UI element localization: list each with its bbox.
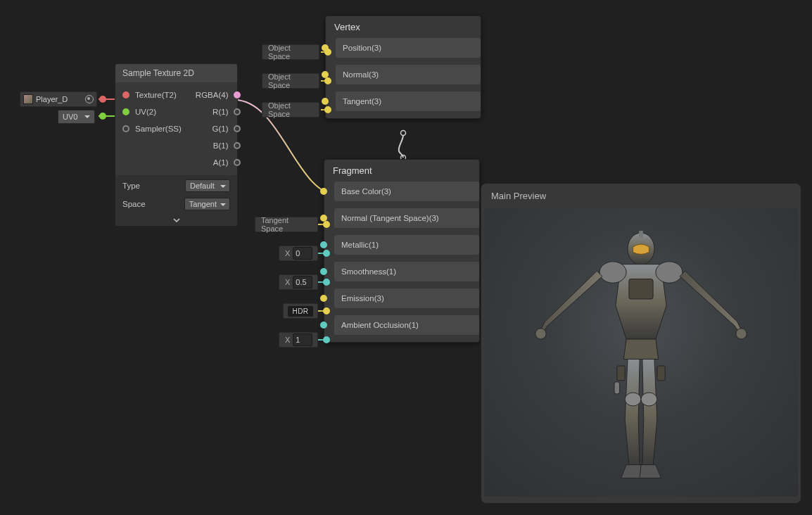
asset-name: Player_D [36,95,68,103]
output-r[interactable]: R(1) [212,108,241,116]
output-a[interactable]: A(1) [213,158,241,167]
svg-point-8 [736,329,747,339]
uv-output-port[interactable] [99,113,106,120]
preview-title: Main Preview [481,184,801,208]
tag-port-smoothness[interactable] [323,279,330,286]
port-metallic[interactable] [320,241,327,248]
type-dropdown[interactable]: Default [185,179,230,192]
fragment-node[interactable]: Fragment Base Color(3) Normal (Tangent S… [324,159,480,343]
tag-port-hdr[interactable] [323,307,330,314]
slot-emission[interactable]: Emission(3) [334,288,479,308]
svg-rect-11 [617,366,625,381]
output-rgba[interactable]: RGBA(4) [196,91,241,99]
slot-normal-ts[interactable]: Normal (Tangent Space)(3) [334,208,479,228]
asset-texture-tag[interactable]: Player_D [20,91,97,107]
svg-rect-13 [614,382,620,394]
smoothness-input[interactable] [293,276,312,288]
target-icon[interactable] [85,95,94,103]
svg-rect-12 [657,366,665,381]
tag-object-space-0[interactable]: Object Space [262,44,319,60]
port-in-uv[interactable] [122,108,129,115]
tag-port-ao[interactable] [323,336,330,343]
slot-ao[interactable]: Ambient Occlusion(1) [334,315,479,335]
slot-tangent[interactable]: Tangent(3) [336,91,481,111]
tag-port-1[interactable] [324,77,331,84]
svg-point-7 [535,329,546,339]
tag-smoothness-value[interactable]: X [279,274,318,290]
slot-position[interactable]: Position(3) [336,38,481,58]
texture-thumbnail [23,94,33,104]
port-ao[interactable] [320,322,327,329]
vertex-node[interactable]: Vertex Position(3) Normal(3) Tangent(3) [325,15,481,119]
uv-channel-dropdown[interactable]: UV0 [58,110,95,124]
vertex-title: Vertex [326,16,481,38]
input-sampler[interactable]: Sampler(SS) [122,125,182,133]
slot-smoothness[interactable]: Smoothness(1) [334,262,479,281]
port-base-color[interactable] [320,188,327,195]
sample-node-title: Sample Texture 2D [115,64,237,82]
svg-point-6 [656,262,683,283]
space-label: Space [122,200,146,208]
port-out-g[interactable] [234,125,241,132]
tag-port-ts[interactable] [323,221,330,228]
input-texture[interactable]: Texture(T2) [122,91,182,99]
svg-rect-4 [629,279,653,300]
tag-port-0[interactable] [324,49,331,56]
expand-toggle[interactable] [115,215,237,226]
port-in-sampler[interactable] [122,125,129,132]
tag-object-space-2[interactable]: Object Space [262,102,319,117]
svg-point-5 [600,262,626,283]
output-b[interactable]: B(1) [213,141,241,150]
slot-base-color[interactable]: Base Color(3) [334,182,479,201]
tag-hdr[interactable]: HDR [283,303,318,319]
slot-normal[interactable]: Normal(3) [336,65,481,84]
tag-port-2[interactable] [324,106,331,113]
port-out-rgba[interactable] [234,91,241,98]
uv-dropdown-label: UV0 [63,113,77,121]
port-in-texture[interactable] [122,91,129,98]
output-g[interactable]: G(1) [212,125,241,133]
chevron-down-icon [172,216,181,224]
svg-rect-3 [639,231,643,238]
ao-input[interactable] [293,333,312,346]
tag-ao-value[interactable]: X [279,332,318,348]
metallic-input[interactable] [293,247,312,260]
tag-metallic-value[interactable]: X [279,246,318,261]
port-out-a[interactable] [234,159,241,166]
port-emission[interactable] [320,295,327,302]
hdr-label: HDR [288,306,312,317]
fragment-title: Fragment [324,160,479,182]
tag-tangent-space[interactable]: Tangent Space [255,217,318,232]
space-dropdown[interactable]: Tangent [184,198,230,210]
main-preview-panel[interactable]: Main Preview [481,183,801,504]
type-label: Type [122,182,140,190]
slot-metallic[interactable]: Metallic(1) [334,235,479,255]
character-model-icon [507,212,775,493]
port-out-r[interactable] [234,108,241,115]
preview-viewport[interactable] [484,208,798,497]
port-out-b[interactable] [234,142,241,149]
port-tangent[interactable] [322,98,329,105]
svg-point-10 [641,393,657,406]
tag-object-space-1[interactable]: Object Space [262,73,319,89]
input-uv[interactable]: UV(2) [122,108,182,116]
tag-port-metallic[interactable] [323,250,330,257]
asset-output-port[interactable] [99,96,106,103]
port-smoothness[interactable] [320,268,327,275]
sample-texture-2d-node[interactable]: Sample Texture 2D Texture(T2) UV(2) Samp… [115,63,238,227]
svg-point-9 [625,393,641,406]
svg-point-0 [401,131,406,136]
